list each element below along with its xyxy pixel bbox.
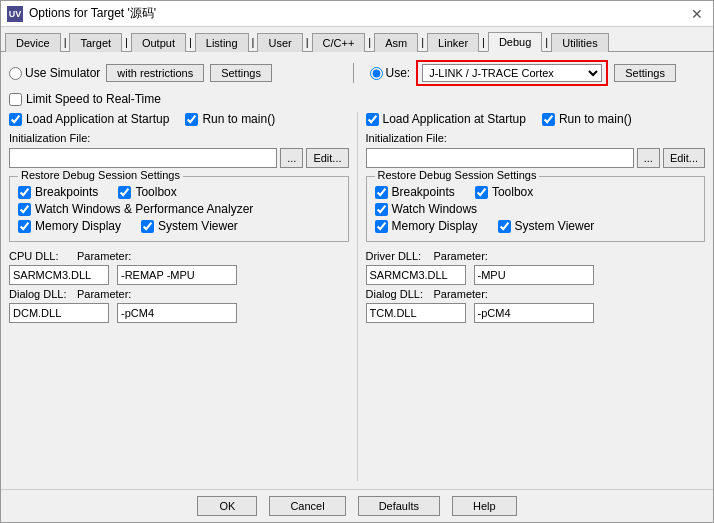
left-dialog-param-label: Parameter: [77,288,131,300]
left-memory-checkbox[interactable] [18,220,31,233]
left-init-edit[interactable]: Edit... [306,148,348,168]
left-cpu-param-input[interactable]: -REMAP -MPU [117,265,237,285]
right-dialog-dll-input[interactable]: TCM.DLL [366,303,466,323]
left-run-to-main[interactable]: Run to main() [185,112,275,126]
left-init-input[interactable] [9,148,277,168]
right-init-label: Initialization File: [366,132,706,144]
right-load-row: Load Application at Startup Run to main(… [366,112,706,126]
footer: OK Cancel Defaults Help [1,489,713,522]
left-dialog-header-row: Dialog DLL: Parameter: [9,288,349,300]
tab-target[interactable]: Target [69,33,122,52]
left-memory-display[interactable]: Memory Display [18,219,121,233]
defaults-button[interactable]: Defaults [358,496,440,516]
limit-speed-checkbox[interactable] [9,93,22,106]
left-watch-windows[interactable]: Watch Windows & Performance Analyzer [18,202,253,216]
tab-bar: Device | Target | Output | Listing | Use… [1,27,713,52]
left-cpu-dll-input[interactable]: SARMCM3.DLL [9,265,109,285]
left-breakpoints[interactable]: Breakpoints [18,185,98,199]
left-settings-button[interactable]: Settings [210,64,272,82]
right-group-inner: Breakpoints Toolbox Watch Windows [375,185,697,233]
tab-device[interactable]: Device [5,33,61,52]
right-load-app-checkbox[interactable] [366,113,379,126]
use-device-radio[interactable] [370,67,383,80]
sep4: | [250,33,257,51]
use-device-label[interactable]: Use: [370,66,411,80]
left-breakpoints-checkbox[interactable] [18,186,31,199]
left-cpu-dll-label: CPU DLL: [9,250,69,262]
left-init-row: ... Edit... [9,148,349,168]
right-driver-param-input[interactable]: -MPU [474,265,594,285]
use-device-select[interactable]: J-LINK / J-TRACE Cortex [422,64,602,82]
right-system-viewer[interactable]: System Viewer [498,219,595,233]
right-load-app[interactable]: Load Application at Startup [366,112,526,126]
right-driver-dll-label: Driver DLL: [366,250,426,262]
right-breakpoints[interactable]: Breakpoints [375,185,455,199]
limit-speed-row[interactable]: Limit Speed to Real-Time [9,92,353,106]
two-col-section: Load Application at Startup Run to main(… [9,112,705,481]
use-simulator-label[interactable]: Use Simulator [9,66,100,80]
left-dialog-dll-input[interactable]: DCM.DLL [9,303,109,323]
help-button[interactable]: Help [452,496,517,516]
right-dialog-header-row: Dialog DLL: Parameter: [366,288,706,300]
right-init-browse[interactable]: ... [637,148,660,168]
left-init-browse[interactable]: ... [280,148,303,168]
left-dll-header-row: CPU DLL: Parameter: [9,250,349,262]
right-settings-button[interactable]: Settings [614,64,676,82]
tab-utilities[interactable]: Utilities [551,33,608,52]
sep9: | [543,33,550,51]
left-load-app[interactable]: Load Application at Startup [9,112,169,126]
right-dialog-param-input[interactable]: -pCM4 [474,303,594,323]
right-run-to-main[interactable]: Run to main() [542,112,632,126]
tab-output[interactable]: Output [131,33,186,52]
tab-user[interactable]: User [257,33,302,52]
tab-linker[interactable]: Linker [427,33,479,52]
close-button[interactable]: ✕ [687,6,707,22]
right-toolbox-checkbox[interactable] [475,186,488,199]
right-init-edit[interactable]: Edit... [663,148,705,168]
top-divider [353,63,354,83]
tab-debug[interactable]: Debug [488,32,542,52]
right-restore-title: Restore Debug Session Settings [375,169,540,181]
left-run-main-checkbox[interactable] [185,113,198,126]
left-toolbox[interactable]: Toolbox [118,185,176,199]
app-icon: UV [7,6,23,22]
sep8: | [480,33,487,51]
right-breakpoints-checkbox[interactable] [375,186,388,199]
left-dll-values-row: SARMCM3.DLL -REMAP -MPU [9,265,349,285]
right-memory-checkbox[interactable] [375,220,388,233]
right-dialog-param-label: Parameter: [434,288,488,300]
right-driver-dll-input[interactable]: SARMCM3.DLL [366,265,466,285]
right-run-main-checkbox[interactable] [542,113,555,126]
left-watch-checkbox[interactable] [18,203,31,216]
use-select-wrapper: J-LINK / J-TRACE Cortex [416,60,608,86]
right-dll-section: Driver DLL: Parameter: SARMCM3.DLL -MPU … [366,250,706,323]
left-dll-section: CPU DLL: Parameter: SARMCM3.DLL -REMAP -… [9,250,349,323]
left-sysviewer-checkbox[interactable] [141,220,154,233]
tab-listing[interactable]: Listing [195,33,249,52]
title-bar: UV Options for Target '源码' ✕ [1,1,713,27]
use-simulator-radio[interactable] [9,67,22,80]
sep6: | [366,33,373,51]
left-system-viewer[interactable]: System Viewer [141,219,238,233]
right-sysviewer-checkbox[interactable] [498,220,511,233]
right-group-row1: Breakpoints Toolbox [375,185,697,199]
right-memory-display[interactable]: Memory Display [375,219,478,233]
tab-asm[interactable]: Asm [374,33,418,52]
right-init-input[interactable] [366,148,634,168]
right-dialog-dll-label: Dialog DLL: [366,288,426,300]
left-dialog-param-input[interactable]: -pCM4 [117,303,237,323]
sep3: | [187,33,194,51]
left-load-app-checkbox[interactable] [9,113,22,126]
left-group-row1: Breakpoints Toolbox [18,185,340,199]
right-dll-values-row: SARMCM3.DLL -MPU [366,265,706,285]
right-watch-windows[interactable]: Watch Windows [375,202,478,216]
right-watch-checkbox[interactable] [375,203,388,216]
left-group-row2: Watch Windows & Performance Analyzer [18,202,340,216]
ok-button[interactable]: OK [197,496,257,516]
right-toolbox[interactable]: Toolbox [475,185,533,199]
tab-cpp[interactable]: C/C++ [312,33,366,52]
title-bar-left: UV Options for Target '源码' [7,5,156,22]
with-restrictions-button[interactable]: with restrictions [106,64,204,82]
left-toolbox-checkbox[interactable] [118,186,131,199]
cancel-button[interactable]: Cancel [269,496,345,516]
